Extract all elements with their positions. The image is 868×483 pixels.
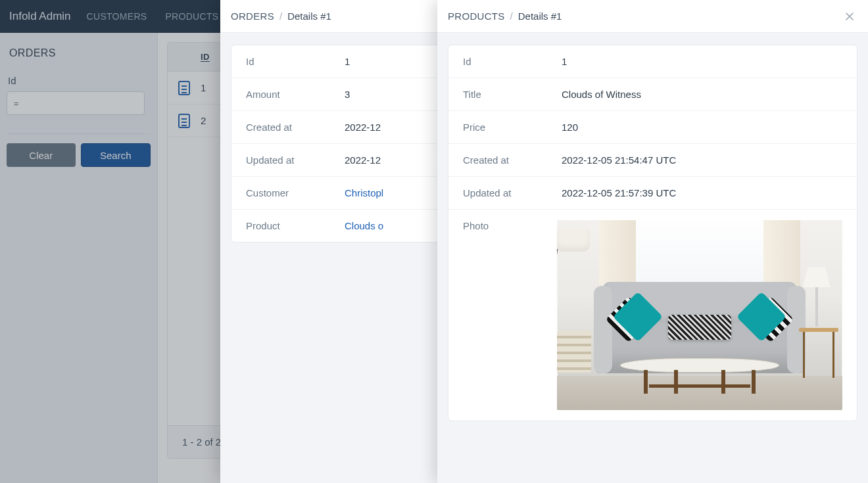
field-customer-label: Customer	[246, 187, 345, 198]
products-detail-panel: PRODUCTS / Details #1 Id 1 Title Clouds …	[437, 0, 868, 483]
crumb-leaf: Details #1	[518, 11, 562, 22]
field-updated-value: 2022-12-05 21:57:39 UTC	[562, 187, 842, 198]
field-title-value: Clouds of Witness	[562, 89, 842, 100]
crumb-root[interactable]: PRODUCTS	[448, 11, 505, 22]
sidebar-title: ORDERS	[0, 33, 157, 71]
crumb-sep: /	[510, 11, 513, 22]
filter-id-input[interactable]	[7, 91, 145, 115]
field-id-value: 1	[562, 56, 842, 67]
crumb-sep: /	[279, 11, 282, 22]
document-icon	[178, 114, 190, 128]
products-panel-header: PRODUCTS / Details #1	[437, 0, 868, 33]
clear-button[interactable]: Clear	[7, 143, 76, 167]
filter-id-label: Id	[7, 75, 151, 86]
field-id-label: Id	[246, 56, 345, 67]
nav-customers[interactable]: CUSTOMERS	[79, 11, 155, 22]
crumb-leaf: Details #1	[287, 11, 331, 22]
crumb-root[interactable]: ORDERS	[231, 11, 274, 22]
row-detail-icon[interactable]	[168, 114, 201, 128]
field-id-label: Id	[463, 56, 562, 67]
field-price-value: 120	[562, 122, 842, 133]
x-icon	[844, 11, 855, 22]
document-icon	[178, 81, 190, 95]
field-product-label: Product	[246, 220, 345, 231]
nav-products[interactable]: PRODUCTS	[157, 11, 226, 22]
filter-divider	[7, 133, 151, 134]
field-title-label: Title	[463, 89, 562, 100]
sidebar: ORDERS Id Clear Search	[0, 33, 158, 483]
brand[interactable]: Infold Admin	[8, 10, 76, 23]
product-fields-card: Id 1 Title Clouds of Witness Price 120 C…	[448, 45, 857, 421]
field-created-label: Created at	[246, 122, 345, 133]
field-updated-label: Updated at	[463, 187, 562, 198]
field-amount-label: Amount	[246, 89, 345, 100]
field-created-label: Created at	[463, 154, 562, 166]
breadcrumb: PRODUCTS / Details #1	[448, 11, 562, 22]
field-updated-label: Updated at	[246, 154, 345, 166]
field-photo-value	[557, 220, 842, 410]
product-photo[interactable]	[557, 220, 842, 410]
field-photo-label: Photo	[463, 220, 557, 231]
field-created-value: 2022-12-05 21:54:47 UTC	[562, 154, 842, 166]
row-detail-icon[interactable]	[168, 81, 201, 95]
field-price-label: Price	[463, 122, 562, 133]
search-button[interactable]: Search	[81, 143, 151, 167]
breadcrumb: ORDERS / Details #1	[231, 11, 331, 22]
filter-block: Id	[0, 71, 157, 123]
close-icon[interactable]	[842, 9, 857, 24]
